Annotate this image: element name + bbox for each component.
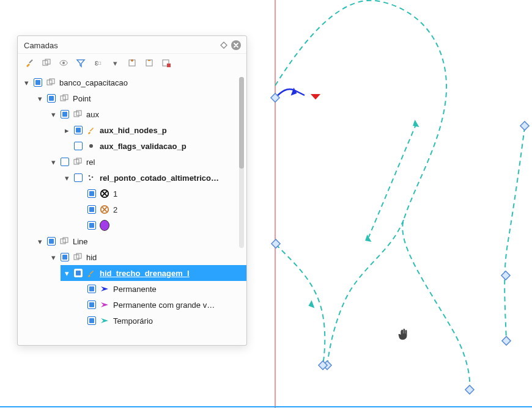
chevron-down-icon[interactable]: ▾ <box>36 238 43 245</box>
checkbox[interactable] <box>47 237 56 246</box>
svg-point-18 <box>62 62 65 64</box>
dropdown-button[interactable]: ▾ <box>109 57 120 68</box>
checkbox[interactable] <box>87 316 96 325</box>
svg-marker-6 <box>307 300 314 310</box>
svg-rect-10 <box>501 271 510 280</box>
symbol-x-circle-icon <box>100 189 109 199</box>
node-label: rel <box>86 158 95 167</box>
layer-aux-flags[interactable]: ▸ aux_flags_validacao_p <box>61 138 246 154</box>
svg-marker-3 <box>311 94 320 100</box>
category-1[interactable]: ▸ 1 <box>74 186 246 202</box>
node-label: aux <box>86 110 99 119</box>
toggle-visibility-button[interactable] <box>58 57 69 68</box>
checkbox[interactable] <box>61 110 69 118</box>
category-label: Temporário <box>113 316 153 326</box>
svg-rect-9 <box>520 122 529 130</box>
checkbox[interactable] <box>74 126 83 134</box>
symbol-circle-purple-icon <box>100 220 109 230</box>
chevron-down-icon[interactable]: ▾ <box>36 95 43 102</box>
panel-toolbar: ε□ ▾ <box>18 54 246 73</box>
checkbox[interactable] <box>87 205 96 214</box>
group-icon <box>59 236 69 246</box>
checkbox[interactable] <box>34 78 42 87</box>
expand-all-button[interactable] <box>127 57 138 68</box>
symbol-x-circle-brown-icon <box>100 205 109 214</box>
layer-rel-ponto-cotado[interactable]: ▾ rel_ponto_cotado_altimetrico… <box>61 170 246 186</box>
arrow-teal-icon <box>100 316 109 326</box>
close-button[interactable] <box>231 40 242 51</box>
svg-point-32 <box>92 177 94 178</box>
checkbox[interactable] <box>87 221 96 230</box>
panel-title: Camadas <box>24 41 217 50</box>
checkbox[interactable] <box>87 189 96 198</box>
svg-rect-12 <box>502 337 511 345</box>
svg-marker-42 <box>101 318 108 323</box>
arrow-magenta-icon <box>100 300 109 310</box>
layer-label: aux_hid_nodes_p <box>100 126 167 135</box>
scrollbar-thumb[interactable] <box>239 77 244 169</box>
chevron-down-icon[interactable]: ▾ <box>63 174 70 181</box>
node-hid-group[interactable]: ▾ hid <box>47 249 246 265</box>
category-3[interactable]: ▸ <box>74 217 246 233</box>
chevron-down-icon[interactable]: ▾ <box>23 79 30 86</box>
svg-marker-41 <box>101 302 108 307</box>
chevron-down-icon[interactable]: ▾ <box>50 111 57 118</box>
checkbox[interactable] <box>61 158 69 166</box>
remove-layer-button[interactable] <box>161 57 172 68</box>
layer-label: rel_ponto_cotado_altimetrico… <box>100 173 219 183</box>
svg-rect-22 <box>167 64 171 67</box>
checkbox[interactable] <box>47 94 56 103</box>
undock-button[interactable] <box>218 40 229 51</box>
group-icon <box>73 109 83 119</box>
layer-label: aux_flags_validacao_p <box>100 142 187 151</box>
category-permanente[interactable]: ▸ Permanente <box>74 281 246 297</box>
layer-aux-hid-nodes[interactable]: ▸ aux_hid_nodes_p <box>61 122 246 138</box>
style-manager-button[interactable] <box>24 57 35 68</box>
checkbox[interactable] <box>61 253 69 261</box>
point-symbol-icon <box>86 173 96 183</box>
pencil-icon <box>86 268 96 278</box>
node-label: banco_capacitacao <box>59 78 128 87</box>
category-label: 1 <box>113 189 117 199</box>
group-icon <box>73 252 83 262</box>
layer-tree[interactable]: ▾ banco_capacitacao ▾ Point <box>18 73 246 345</box>
svg-rect-11 <box>465 385 474 394</box>
svg-marker-4 <box>411 120 419 129</box>
layers-panel: Camadas ε□ ▾ ▾ banco_capacitacao <box>17 35 247 346</box>
chevron-down-icon[interactable]: ▾ <box>50 253 57 261</box>
chevron-down-icon[interactable]: ▾ <box>50 158 57 166</box>
filter-button[interactable] <box>75 57 86 68</box>
node-label: Line <box>73 237 88 246</box>
arrow-blue-icon <box>100 284 109 294</box>
chevron-right-icon[interactable]: ▸ <box>63 126 70 134</box>
svg-point-33 <box>89 179 91 181</box>
layer-hid-trecho-drenagem[interactable]: ▾ hid_trecho_drenagem_l <box>61 265 246 281</box>
category-label: Permanente <box>113 285 157 294</box>
node-rel-group[interactable]: ▾ rel <box>47 154 246 170</box>
collapse-all-button[interactable] <box>144 57 155 68</box>
scrollbar[interactable] <box>239 77 244 248</box>
checkbox[interactable] <box>74 173 83 182</box>
checkbox[interactable] <box>87 301 96 309</box>
node-label: Point <box>73 94 91 103</box>
pencil-icon <box>86 125 96 135</box>
chevron-down-icon[interactable]: ▾ <box>63 269 70 277</box>
category-permanente-gv[interactable]: ▸ Permanente com grande v… <box>74 297 246 313</box>
pan-cursor-icon <box>396 327 410 343</box>
node-aux-group[interactable]: ▾ aux <box>47 106 246 122</box>
svg-marker-40 <box>101 286 108 291</box>
category-2[interactable]: ▸ 2 <box>74 202 246 217</box>
node-point-group[interactable]: ▾ Point <box>34 90 246 106</box>
checkbox[interactable] <box>74 269 83 277</box>
category-label: Permanente com grande v… <box>113 301 215 310</box>
checkbox[interactable] <box>74 142 83 150</box>
category-temporario[interactable]: ▸ Temporário <box>74 313 246 329</box>
node-root[interactable]: ▾ banco_capacitacao <box>20 75 246 90</box>
checkbox[interactable] <box>87 285 96 293</box>
group-icon <box>46 78 56 87</box>
layer-label: hid_trecho_drenagem_l <box>100 269 190 278</box>
expression-button[interactable]: ε□ <box>92 57 103 68</box>
add-group-button[interactable] <box>41 57 52 68</box>
panel-header: Camadas <box>18 36 246 54</box>
node-line-group[interactable]: ▾ Line <box>34 233 246 249</box>
